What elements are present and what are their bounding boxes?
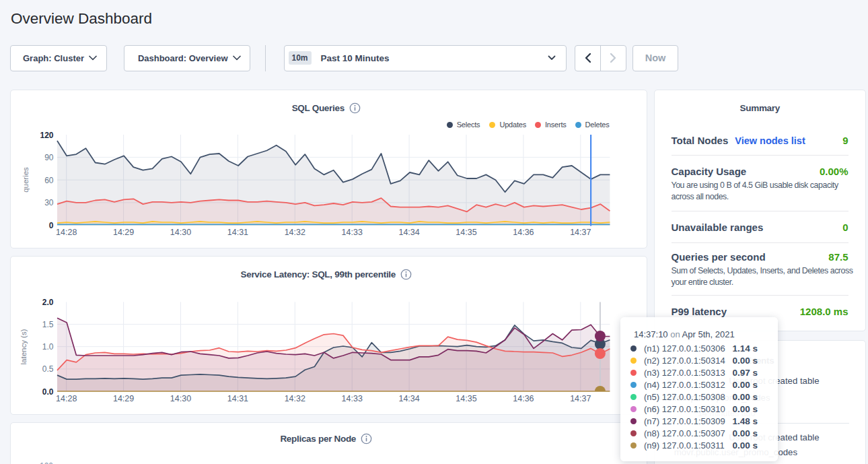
svg-text:14:34: 14:34	[398, 394, 419, 403]
svg-text:120: 120	[40, 131, 53, 140]
svg-text:0.5: 0.5	[42, 364, 54, 374]
svg-text:30: 30	[44, 198, 54, 207]
svg-text:14:36: 14:36	[513, 394, 534, 403]
svg-text:2.0: 2.0	[42, 298, 54, 307]
svg-text:14:35: 14:35	[456, 228, 476, 237]
svg-text:1.0: 1.0	[42, 342, 54, 352]
svg-text:14:28: 14:28	[56, 394, 77, 403]
svg-text:14:37: 14:37	[570, 394, 591, 403]
svg-text:14:30: 14:30	[170, 228, 191, 237]
svg-text:14:35: 14:35	[456, 394, 476, 403]
svg-text:14:29: 14:29	[113, 228, 134, 237]
svg-text:60: 60	[44, 176, 54, 185]
svg-text:14:31: 14:31	[227, 394, 248, 403]
svg-text:0.0: 0.0	[42, 387, 54, 397]
svg-text:14:37: 14:37	[570, 228, 591, 237]
svg-text:14:36: 14:36	[513, 228, 534, 237]
svg-text:14:31: 14:31	[227, 228, 248, 237]
svg-text:queries: queries	[22, 167, 30, 193]
svg-text:14:29: 14:29	[113, 394, 134, 403]
svg-text:14:28: 14:28	[56, 228, 77, 237]
svg-text:1.5: 1.5	[42, 320, 54, 329]
svg-text:14:33: 14:33	[342, 228, 363, 237]
svg-text:14:32: 14:32	[285, 228, 305, 237]
svg-text:14:33: 14:33	[342, 394, 363, 403]
svg-text:0: 0	[49, 221, 54, 230]
svg-text:14:30: 14:30	[170, 394, 191, 403]
svg-text:14:34: 14:34	[398, 228, 419, 237]
svg-text:90: 90	[44, 153, 54, 162]
svg-text:14:32: 14:32	[285, 394, 305, 403]
svg-text:latency (s): latency (s)	[20, 329, 28, 364]
